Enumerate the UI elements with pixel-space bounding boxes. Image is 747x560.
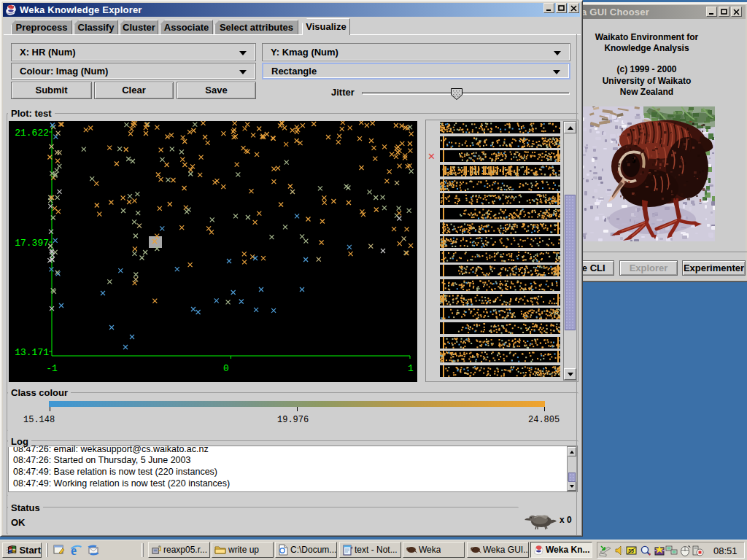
svg-text:17.397: 17.397 (15, 238, 49, 249)
svg-text:-1: -1 (46, 363, 58, 374)
svg-text:1: 1 (408, 363, 414, 374)
svg-text:13.171: 13.171 (15, 347, 49, 358)
svg-text:0: 0 (223, 363, 229, 374)
svg-text:21.622: 21.622 (15, 128, 49, 139)
